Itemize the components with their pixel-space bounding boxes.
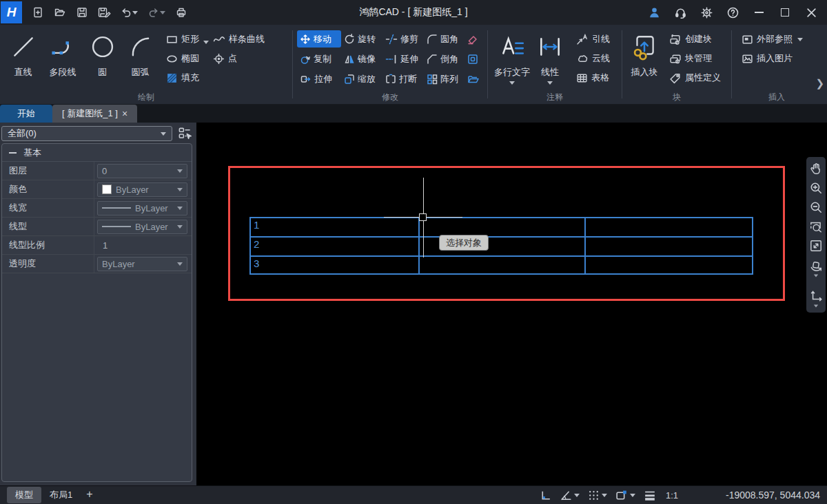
ortho-toggle[interactable] — [537, 487, 554, 503]
xref-dropdown-caret[interactable] — [797, 38, 803, 41]
save-button[interactable] — [72, 3, 92, 22]
break-tool[interactable]: 打断 — [382, 70, 424, 87]
arc-tool[interactable]: 圆弧 — [121, 28, 159, 93]
explode-tool[interactable] — [464, 70, 482, 87]
leader-tool[interactable]: 引线 — [573, 30, 613, 49]
redo-button[interactable] — [143, 3, 170, 22]
tab-close-icon[interactable]: × — [122, 109, 127, 118]
block-manage-tool[interactable]: 块管理 — [666, 49, 724, 68]
extend-tool[interactable]: 延伸 — [382, 50, 424, 67]
hatch-tool[interactable]: 填充 — [163, 68, 202, 87]
mirror-tool[interactable]: 镜像 — [341, 50, 382, 67]
grid-snap-toggle[interactable] — [585, 487, 609, 503]
revision-cloud-tool[interactable]: 云线 — [573, 49, 613, 68]
rotate-tool[interactable]: 旋转 — [341, 30, 382, 48]
lineweight-dropdown[interactable]: ByLayer — [97, 201, 187, 216]
spline-tool[interactable]: 样条曲线 — [210, 30, 267, 49]
model-tab[interactable]: 模型 — [7, 487, 41, 503]
help-button[interactable] — [721, 3, 744, 22]
orbit-dropdown-caret[interactable] — [814, 275, 818, 277]
scale-tool[interactable]: 缩放 — [341, 70, 382, 87]
insert-block-tool[interactable]: 插入块 — [626, 28, 662, 93]
minimize-button[interactable] — [747, 3, 770, 22]
linetype-dropdown[interactable]: ByLayer — [97, 220, 187, 234]
annotation-scale[interactable]: 1:1 — [666, 490, 678, 501]
pan-axes-button[interactable] — [808, 287, 824, 303]
copy-tool[interactable]: 复制 — [297, 50, 341, 67]
new-file-button[interactable] — [28, 3, 48, 22]
mtext-dropdown-caret[interactable] — [509, 81, 515, 85]
cad-table-entity[interactable]: 1 2 3 — [249, 217, 753, 275]
undo-dropdown-caret[interactable] — [132, 11, 138, 14]
close-button[interactable] — [799, 3, 823, 22]
open-file-button[interactable] — [50, 3, 70, 22]
erase-tool[interactable] — [464, 30, 482, 48]
color-dropdown[interactable]: ByLayer — [97, 182, 187, 197]
file-tab-bar: 开始 [ 新建图纸_1 ] × — [0, 105, 827, 123]
layout1-tab[interactable]: 布局1 — [41, 487, 81, 503]
save-as-button[interactable] — [94, 3, 114, 22]
add-layout-button[interactable]: + — [81, 488, 98, 503]
array-tool[interactable]: 阵列 — [424, 70, 464, 87]
drawing-canvas[interactable]: 1 2 3 选择对象 — [196, 123, 827, 485]
app-logo[interactable]: H — [1, 1, 22, 23]
zoom-extents-button[interactable] — [808, 238, 824, 253]
fillet-tool[interactable]: 圆角 — [424, 30, 464, 48]
insert-block-icon — [631, 32, 658, 62]
insert-group-label: 插入 — [732, 92, 821, 103]
tab-drawing[interactable]: [ 新建图纸_1 ] × — [52, 105, 137, 123]
save-as-icon — [97, 6, 111, 19]
pan-button[interactable] — [808, 160, 824, 176]
section-basic[interactable]: 基本 — [2, 144, 192, 162]
stretch-tool[interactable]: 拉伸 — [297, 70, 341, 87]
point-tool[interactable]: 点 — [210, 49, 267, 68]
selection-filter-dropdown[interactable]: 全部(0) — [1, 126, 172, 141]
zoom-window-button[interactable] — [808, 218, 824, 234]
object-snap-toggle[interactable] — [613, 487, 637, 503]
rectangle-tool[interactable]: 矩形 — [163, 30, 202, 49]
zoom-in-button[interactable] — [808, 180, 824, 196]
zoom-out-button[interactable] — [808, 199, 824, 215]
redo-dropdown-caret[interactable] — [160, 11, 165, 14]
move-tool[interactable]: 移动 — [297, 30, 341, 48]
polyline-tool[interactable]: 多段线 — [42, 28, 83, 93]
properties-box: 基本 图层 0 颜色 ByLayer 线宽 ByLayer 线型 ByLayer — [1, 143, 192, 482]
table-tool[interactable]: 表格 — [573, 68, 613, 87]
layer-dropdown[interactable]: 0 — [97, 164, 187, 178]
polar-tracking-toggle[interactable] — [558, 487, 582, 503]
draw-flyout-caret[interactable] — [203, 28, 209, 93]
axes-dropdown-caret[interactable] — [814, 305, 818, 308]
linear-dim-tool[interactable]: 线性 — [532, 28, 568, 93]
chamfer-tool[interactable]: 倒角 — [424, 50, 464, 67]
create-block-tool[interactable]: 创建块 — [666, 30, 724, 49]
line-icon — [10, 33, 37, 61]
trim-icon — [385, 34, 398, 45]
attribute-define-tool[interactable]: 属性定义 — [666, 68, 724, 87]
maximize-button[interactable] — [773, 3, 797, 22]
user-account-button[interactable] — [642, 3, 666, 22]
mtext-tool[interactable]: 多行文字 — [492, 28, 532, 93]
orbit-button[interactable] — [808, 257, 824, 273]
tab-start[interactable]: 开始 — [0, 105, 52, 123]
linear-dropdown-caret[interactable] — [547, 81, 553, 85]
offset-tool[interactable] — [464, 50, 482, 67]
lineweight-display-toggle[interactable] — [641, 487, 659, 503]
ribbon-expand-chevron[interactable]: ❯ — [815, 77, 824, 90]
insert-image-tool[interactable]: 插入图片 — [739, 49, 806, 68]
ellipse-tool[interactable]: 椭圆 — [163, 49, 202, 68]
support-button[interactable] — [668, 3, 692, 22]
quick-select-button[interactable] — [175, 125, 194, 142]
ribbon: 直线 多段线 圆 圆弧 矩形 椭圆 — [0, 25, 827, 105]
print-button[interactable] — [171, 3, 192, 22]
prop-row-lineweight: 线宽 ByLayer — [2, 199, 192, 218]
undo-button[interactable] — [116, 3, 142, 22]
line-tool[interactable]: 直线 — [4, 28, 42, 93]
block-manage-icon — [669, 53, 682, 65]
xref-tool[interactable]: 外部参照 — [739, 30, 806, 49]
osnap-caret-icon — [630, 494, 635, 497]
settings-button[interactable] — [695, 3, 718, 22]
ltscale-value[interactable]: 1 — [97, 240, 108, 251]
circle-tool[interactable]: 圆 — [83, 28, 121, 93]
trim-tool[interactable]: 修剪 — [382, 30, 424, 48]
transparency-dropdown[interactable]: ByLayer — [97, 257, 187, 271]
